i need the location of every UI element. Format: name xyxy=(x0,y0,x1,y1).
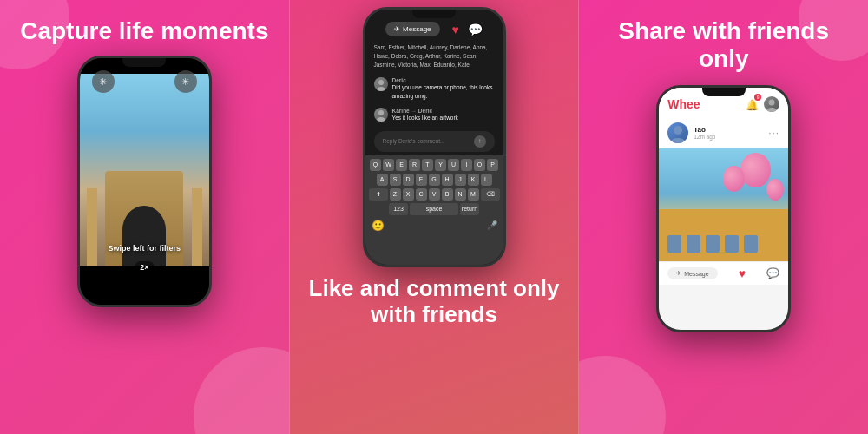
settings-icon: ✳ xyxy=(99,76,107,88)
key-r[interactable]: R xyxy=(409,159,420,171)
middle-heading: Like and comment only with friends xyxy=(290,276,579,328)
left-phone: ✳ ✳ Swipe left for filters 2× xyxy=(77,56,212,307)
phone-notch xyxy=(412,10,456,18)
more-options-button[interactable]: ··· xyxy=(768,127,779,139)
key-m[interactable]: M xyxy=(468,188,479,201)
key-q[interactable]: Q xyxy=(370,159,381,171)
comment-avatar-1 xyxy=(374,77,388,91)
window-2 xyxy=(687,235,700,253)
key-b[interactable]: B xyxy=(442,188,453,201)
middle-panel: ✈ Message ♥ 💬 Sam, Esther, Mitchell, Aub… xyxy=(289,0,580,434)
post-action-bar: ✈ Message ♥ 💬 xyxy=(659,261,788,285)
building-windows xyxy=(659,235,788,253)
post-time: 12m ago xyxy=(694,134,763,140)
emoji-icon[interactable]: 🙂 xyxy=(372,220,385,232)
sparkle-icon: ✳ xyxy=(181,76,189,88)
comment-body-1: Deric Did you use camera or phone, this … xyxy=(392,77,495,101)
svg-point-6 xyxy=(674,126,682,135)
key-y[interactable]: Y xyxy=(435,159,446,171)
keyboard: Q W E R T Y U I O P A S D F G H xyxy=(365,155,503,266)
message-button[interactable]: ✈ Message xyxy=(385,22,439,36)
key-o[interactable]: O xyxy=(474,159,485,171)
post-header: Tao 12m ago ··· xyxy=(659,117,788,148)
key-j[interactable]: J xyxy=(455,174,466,186)
zoom-level: 2× xyxy=(135,261,154,273)
post-user-info: Tao 12m ago xyxy=(694,126,763,140)
window-3 xyxy=(706,235,720,253)
left-panel: Capture life moments ✳ ✳ xyxy=(0,0,289,434)
svg-point-5 xyxy=(766,108,777,112)
bell-icon: 🔔 xyxy=(746,99,759,111)
key-space[interactable]: space xyxy=(410,203,458,215)
arch-column-left xyxy=(87,188,97,266)
chat-icon[interactable]: 💬 xyxy=(468,23,483,36)
app-logo: Whee xyxy=(667,97,700,111)
key-k[interactable]: K xyxy=(468,174,479,186)
key-n[interactable]: N xyxy=(455,188,466,201)
message-label-right: Message xyxy=(684,271,708,277)
key-w[interactable]: W xyxy=(383,159,394,171)
keyboard-bottom-row: 🙂 🎤 xyxy=(368,218,501,233)
message-label: Message xyxy=(403,25,431,33)
post-avatar xyxy=(667,122,688,143)
heart-icon[interactable]: ♥ xyxy=(452,23,459,36)
keyboard-row-1: Q W E R T Y U I O P xyxy=(368,159,501,171)
key-g[interactable]: G xyxy=(429,174,440,186)
key-z[interactable]: Z xyxy=(390,188,401,201)
comment-text-2: Yes it looks like an artwork xyxy=(392,114,458,122)
comment-text-1: Did you use camera or phone, this looks … xyxy=(392,83,495,101)
decorative-blob xyxy=(579,356,666,434)
svg-point-4 xyxy=(769,100,775,106)
heart-button-right[interactable]: ♥ xyxy=(739,266,746,280)
key-d[interactable]: D xyxy=(403,174,414,186)
keyboard-row-2: A S D F G H J K L xyxy=(368,174,501,186)
key-v[interactable]: V xyxy=(429,188,440,201)
notification-bell-wrapper[interactable]: 🔔 9 xyxy=(746,96,759,112)
profile-icon[interactable] xyxy=(764,96,779,112)
key-shift[interactable]: ⬆ xyxy=(369,188,388,201)
left-icon-button[interactable]: ✳ xyxy=(92,70,115,93)
key-123[interactable]: 123 xyxy=(389,203,408,215)
send-icon-right: ✈ xyxy=(676,270,681,277)
arch-background xyxy=(80,74,209,266)
key-h[interactable]: H xyxy=(442,174,453,186)
chat-button-right[interactable]: 💬 xyxy=(766,267,779,279)
middle-phone: ✈ Message ♥ 💬 Sam, Esther, Mitchell, Aub… xyxy=(363,7,506,267)
comment-username-2: Karine → Deric xyxy=(392,108,458,114)
arch-hole xyxy=(122,206,166,266)
middle-screen: ✈ Message ♥ 💬 Sam, Esther, Mitchell, Aub… xyxy=(365,10,503,265)
key-t[interactable]: T xyxy=(422,159,433,171)
key-return[interactable]: return xyxy=(460,203,479,215)
window-1 xyxy=(667,235,681,253)
comment-avatar-2 xyxy=(374,108,388,122)
send-reply-button[interactable]: ↑ xyxy=(474,135,486,148)
key-s[interactable]: S xyxy=(390,174,401,186)
reply-placeholder: Reply Deric's comment... xyxy=(383,138,445,144)
comment-1: Deric Did you use camera or phone, this … xyxy=(365,74,503,104)
mic-icon[interactable]: 🎤 xyxy=(487,220,497,230)
left-photo-area xyxy=(80,74,209,266)
key-i[interactable]: I xyxy=(461,159,472,171)
key-e[interactable]: E xyxy=(396,159,407,171)
key-p[interactable]: P xyxy=(487,159,498,171)
key-delete[interactable]: ⌫ xyxy=(481,188,500,201)
key-c[interactable]: C xyxy=(416,188,427,201)
right-phone: Whee 🔔 9 Tao 12m ago xyxy=(656,85,791,332)
comment-2: Karine → Deric Yes it looks like an artw… xyxy=(365,104,503,126)
comment-body-2: Karine → Deric Yes it looks like an artw… xyxy=(392,108,458,122)
right-icon-button[interactable]: ✳ xyxy=(174,70,197,93)
key-a[interactable]: A xyxy=(377,174,388,186)
key-f[interactable]: F xyxy=(416,174,427,186)
svg-point-3 xyxy=(377,117,385,122)
key-u[interactable]: U xyxy=(448,159,459,171)
message-button-right[interactable]: ✈ Message xyxy=(667,267,717,279)
post-photo xyxy=(659,148,788,261)
key-l[interactable]: L xyxy=(481,174,492,186)
phone-notch xyxy=(702,88,746,96)
key-x[interactable]: X xyxy=(403,188,414,201)
window-5 xyxy=(744,235,758,253)
svg-point-2 xyxy=(378,110,384,115)
reply-input-bar[interactable]: Reply Deric's comment... ↑ xyxy=(374,131,495,152)
keyboard-row-3: ⬆ Z X C V B N M ⌫ xyxy=(368,188,501,201)
decorative-blob xyxy=(194,347,289,434)
